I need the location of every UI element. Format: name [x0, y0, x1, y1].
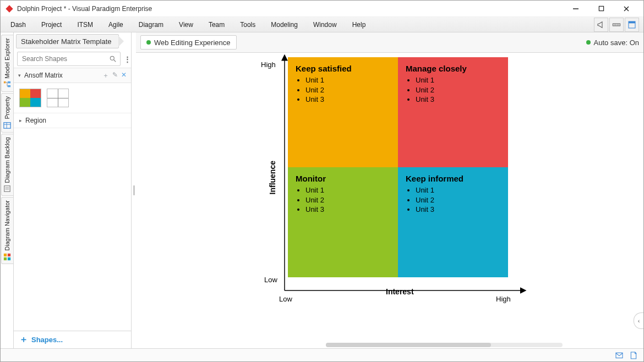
auto-save-status[interactable]: Auto save: On	[586, 39, 639, 47]
tree-item-region[interactable]: ▸ Region	[14, 113, 131, 128]
section-header-ansoff[interactable]: ▾ Ansoff Matrix ＋ ✎ ✕	[14, 68, 131, 83]
menu-window[interactable]: Window	[305, 21, 345, 29]
status-dot-icon	[586, 40, 591, 45]
menu-help[interactable]: Help	[345, 21, 374, 29]
shape-thumbnails	[14, 83, 131, 113]
menu-dash[interactable]: Dash	[3, 21, 34, 29]
x-axis-high: High	[496, 295, 511, 303]
search-options-button[interactable]: ⋮	[123, 55, 132, 63]
tab-property[interactable]: Property	[1, 93, 13, 133]
x-axis-low: Low	[279, 295, 292, 303]
properties-icon	[3, 122, 11, 129]
quadrant-grid: Keep satisfied Unit 1 Unit 2 Unit 3 Mana…	[288, 57, 508, 277]
menu-team[interactable]: Team	[201, 21, 232, 29]
list-item: Unit 2	[416, 85, 500, 95]
minimize-button[interactable]	[563, 1, 588, 17]
quadrant-manage-closely[interactable]: Manage closely Unit 1 Unit 2 Unit 3	[398, 57, 508, 167]
menu-agile[interactable]: Agile	[101, 21, 131, 29]
thumb-matrix-colored[interactable]	[19, 89, 41, 107]
tab-diagram-navigator[interactable]: Diagram Navigator	[1, 197, 13, 264]
y-axis-high: High	[261, 61, 276, 69]
navigator-icon	[3, 253, 11, 261]
backlog-icon	[3, 185, 11, 193]
svg-line-26	[114, 60, 116, 62]
canvas-toolbar: Web Editing Experience Auto save: On	[136, 32, 643, 52]
menu-view[interactable]: View	[171, 21, 201, 29]
shapes-panel: Stakeholder Matrix Template ⋮ ▾ Ansoff M…	[14, 32, 132, 348]
svg-rect-21	[4, 254, 7, 256]
note-icon[interactable]	[629, 351, 638, 360]
quadrant-keep-informed[interactable]: Keep informed Unit 1 Unit 2 Unit 3	[398, 167, 508, 277]
list-item: Unit 3	[416, 95, 500, 105]
splitter[interactable]	[132, 32, 136, 348]
title-bar: Dolphin Project * - Visual Paradigm Ente…	[1, 1, 643, 17]
list-item: Unit 1	[305, 185, 390, 195]
list-item: Unit 2	[305, 195, 390, 205]
stakeholder-matrix[interactable]: High Low Low High Interest Influence Kee…	[263, 57, 637, 310]
menu-project[interactable]: Project	[34, 21, 69, 29]
close-section-button[interactable]: ✕	[121, 71, 127, 80]
diagram-tab[interactable]: Web Editing Experience	[140, 35, 237, 50]
search-input[interactable]	[21, 54, 106, 63]
thumb-matrix-plain[interactable]	[47, 89, 69, 107]
breadcrumb[interactable]: Stakeholder Matrix Template	[16, 34, 119, 48]
right-flyout-button[interactable]: ‹	[634, 312, 643, 329]
quadrant-monitor[interactable]: Monitor Unit 1 Unit 2 Unit 3	[288, 167, 398, 277]
list-item: Unit 2	[416, 195, 500, 205]
svg-marker-0	[6, 5, 13, 12]
svg-rect-2	[599, 6, 603, 10]
list-item: Unit 1	[416, 185, 500, 195]
svg-rect-5	[613, 24, 620, 26]
ruler-button[interactable]	[609, 18, 624, 32]
menu-tools[interactable]: Tools	[232, 21, 263, 29]
search-shapes[interactable]	[17, 52, 121, 66]
menu-diagram[interactable]: Diagram	[131, 21, 171, 29]
menu-bar: Dash Project ITSM Agile Diagram View Tea…	[1, 17, 643, 32]
edit-shape-button[interactable]: ✎	[112, 71, 118, 80]
add-shape-button[interactable]: ＋	[102, 71, 109, 80]
svg-point-25	[110, 56, 114, 60]
side-tab-strip: Model Explorer Property Diagram Backlog …	[1, 32, 14, 348]
list-item: Unit 3	[305, 205, 390, 215]
maximize-button[interactable]	[588, 1, 614, 17]
svg-rect-14	[8, 85, 10, 87]
menu-modeling[interactable]: Modeling	[263, 21, 305, 29]
diagram-canvas[interactable]: High Low Low High Interest Influence Kee…	[136, 52, 643, 348]
svg-rect-11	[629, 21, 635, 23]
app-logo-icon	[5, 4, 14, 13]
status-dot-icon	[146, 40, 151, 45]
svg-rect-13	[8, 81, 10, 84]
chevron-right-icon: ▸	[19, 118, 22, 123]
layout-panel-button[interactable]	[625, 18, 639, 32]
list-item: Unit 3	[416, 205, 500, 215]
announcement-button[interactable]	[594, 18, 608, 32]
canvas-area: Web Editing Experience Auto save: On	[136, 32, 643, 348]
menu-itsm[interactable]: ITSM	[69, 21, 101, 29]
svg-rect-24	[8, 257, 10, 260]
shapes-button[interactable]: ＋ Shapes...	[14, 331, 131, 348]
chevron-down-icon: ▾	[18, 73, 21, 78]
y-axis-low: Low	[264, 276, 277, 284]
scrollbar-thumb[interactable]	[326, 343, 491, 347]
list-item: Unit 3	[305, 95, 390, 105]
tab-model-explorer[interactable]: Model Explorer	[1, 35, 13, 92]
application-window: Dolphin Project * - Visual Paradigm Ente…	[0, 0, 644, 362]
mail-icon[interactable]	[615, 351, 624, 360]
svg-rect-22	[8, 254, 10, 256]
x-axis-title: Interest	[386, 287, 414, 296]
svg-rect-15	[4, 122, 10, 128]
status-bar	[1, 348, 643, 361]
y-axis-title: Influence	[268, 161, 277, 194]
horizontal-scrollbar[interactable]	[326, 343, 563, 347]
quadrant-keep-satisfied[interactable]: Keep satisfied Unit 1 Unit 2 Unit 3	[288, 57, 398, 167]
search-icon	[109, 55, 117, 63]
svg-rect-23	[4, 257, 7, 260]
list-item: Unit 2	[305, 85, 390, 95]
tree-icon	[3, 81, 11, 89]
list-item: Unit 1	[416, 75, 500, 85]
list-item: Unit 1	[305, 75, 390, 85]
close-button[interactable]	[614, 1, 639, 17]
tab-diagram-backlog[interactable]: Diagram Backlog	[1, 134, 13, 196]
svg-rect-12	[4, 81, 6, 84]
svg-rect-18	[4, 186, 10, 192]
